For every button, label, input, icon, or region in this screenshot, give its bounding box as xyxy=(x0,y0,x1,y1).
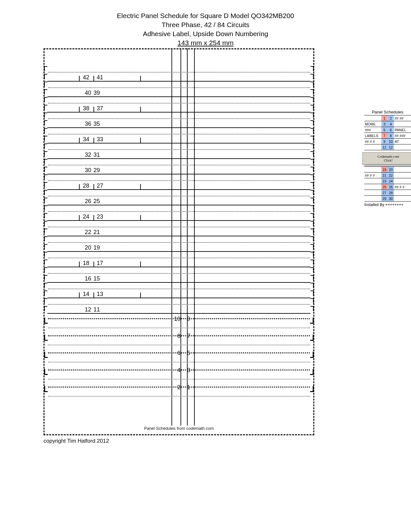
circuit-number: 26 xyxy=(78,198,91,205)
row-cap xyxy=(310,74,314,79)
sidebar-table-bottom: 1920## # #212223242526## # #27282930 xyxy=(364,166,411,202)
row-cap xyxy=(310,229,314,234)
sidebar-cell: ## # # xyxy=(364,139,381,144)
sidebar-num: 11 xyxy=(381,144,388,150)
sidebar-num: 7 xyxy=(381,133,388,139)
row-cap xyxy=(44,221,47,226)
circuit-rows: 4241403938373635343332313029282726252423… xyxy=(44,66,314,419)
circuit-number: 14 xyxy=(80,291,93,298)
tick xyxy=(140,184,141,190)
circuit-number: 38 xyxy=(80,105,93,112)
sidebar-cell: PANEL xyxy=(394,127,411,133)
row-cap xyxy=(44,291,47,296)
sidebar-row: ## # #910AT xyxy=(364,139,411,144)
sidebar-num: 12 xyxy=(387,144,394,150)
circuit-row xyxy=(44,82,314,89)
circuit-number: 23 xyxy=(93,213,106,220)
row-cap xyxy=(44,159,47,164)
circuit-number: 15 xyxy=(93,275,106,282)
row-cap xyxy=(310,335,314,341)
sidebar-title: Panel Schedules xyxy=(364,110,411,114)
row-cap xyxy=(310,298,314,303)
circuit-row xyxy=(44,159,314,167)
row-cap xyxy=(310,136,314,141)
circuit-row-center: 65 xyxy=(44,348,314,365)
circuit-number: 4 xyxy=(172,367,181,374)
sidebar-num: 25 xyxy=(381,184,388,190)
circuit-number: 34 xyxy=(80,136,93,143)
circuit-number: 33 xyxy=(93,136,106,143)
circuit-row xyxy=(44,174,314,182)
sidebar-num: 1 xyxy=(381,115,388,121)
circuit-row-center: 43 xyxy=(44,365,314,382)
row-cap xyxy=(310,143,314,149)
row-cap xyxy=(310,82,314,87)
row-divider xyxy=(48,328,310,328)
row-cap xyxy=(310,89,314,94)
sidebar-row: ## # #2122 xyxy=(364,172,411,178)
circuit-number: 21 xyxy=(93,229,106,236)
promo-button[interactable]: Codemath.com Click! xyxy=(362,152,411,164)
circuit-row: 2019 xyxy=(44,244,314,252)
sidebar-num: 30 xyxy=(387,196,394,202)
circuit-number: 12 xyxy=(78,306,91,313)
row-cap xyxy=(44,113,47,118)
circuit-number: 20 xyxy=(78,244,91,251)
tick xyxy=(140,215,141,221)
sidebar-cell: ## # # xyxy=(394,184,411,190)
circuit-row: 2423 xyxy=(44,213,314,221)
row-cap xyxy=(310,244,314,249)
sidebar-num: 24 xyxy=(387,178,394,184)
row-cap xyxy=(44,198,47,203)
row-cap xyxy=(44,236,47,241)
sidebar-cell xyxy=(394,178,411,184)
circuit-number: 3 xyxy=(187,367,196,374)
row-cap xyxy=(44,283,47,288)
circuit-row-center: 109 xyxy=(44,314,314,331)
copyright: copyright Tim Halford 2012 xyxy=(44,438,109,444)
sidebar-cell xyxy=(394,190,411,196)
row-cap xyxy=(310,352,314,358)
circuit-number: 31 xyxy=(93,152,106,158)
document-header: Electric Panel Schedule for Square D Mod… xyxy=(0,11,411,47)
row-cap xyxy=(310,283,314,288)
sidebar-cell: ## # # xyxy=(364,172,381,178)
circuit-row: 3029 xyxy=(44,167,314,174)
row-cap xyxy=(44,386,48,392)
circuit-number: 32 xyxy=(78,152,91,158)
circuit-number: 8 xyxy=(172,333,181,340)
circuit-number: 5 xyxy=(187,350,196,357)
circuit-number: 28 xyxy=(80,182,93,189)
row-cap xyxy=(44,82,47,87)
sidebar-cell xyxy=(394,144,411,150)
row-cap xyxy=(44,205,47,211)
sidebar-num: 2 xyxy=(387,115,394,121)
row-cap xyxy=(310,113,314,118)
row-cap xyxy=(310,120,314,125)
label-panel: 4241403938373635343332313029282726252423… xyxy=(44,48,314,435)
row-cap xyxy=(44,66,47,71)
row-cap xyxy=(310,213,314,218)
row-cap xyxy=(310,386,314,392)
sidebar-num: 4 xyxy=(387,121,394,127)
circuit-number: 13 xyxy=(93,291,106,298)
circuit-row xyxy=(44,66,314,74)
circuit-row: 1615 xyxy=(44,275,314,283)
row-cap xyxy=(44,167,47,172)
tick xyxy=(140,107,141,113)
sidebar-row: 2728 xyxy=(364,190,411,196)
sidebar-cell: AT xyxy=(394,139,411,144)
sidebar-cell xyxy=(394,121,411,127)
row-divider xyxy=(48,396,310,397)
row-cap xyxy=(44,275,47,280)
row-cap xyxy=(44,182,47,187)
row-cap xyxy=(310,182,314,187)
row-divider xyxy=(48,362,310,362)
sidebar-row: LABELS78## ### xyxy=(364,133,411,139)
circuit-row: 2221 xyxy=(44,229,314,236)
circuit-number: 41 xyxy=(93,74,106,81)
circuit-row-center: 21 xyxy=(44,382,314,399)
sidebar-cell: ### xyxy=(364,127,381,133)
sidebar-row: 1112 xyxy=(364,144,411,150)
row-cap xyxy=(44,136,47,141)
